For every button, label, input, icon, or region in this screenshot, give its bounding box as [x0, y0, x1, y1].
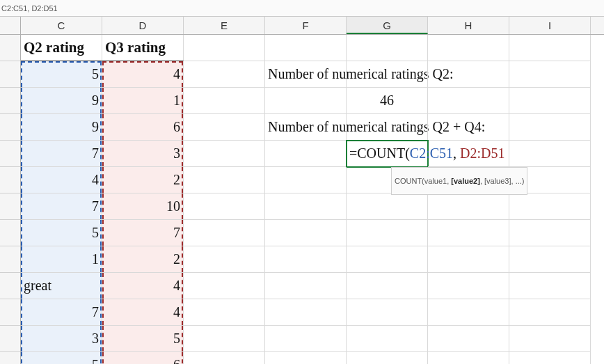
cell-e6[interactable] [184, 167, 265, 193]
cell-g13[interactable] [347, 352, 428, 364]
cell-c2[interactable]: 5 [21, 61, 102, 88]
cell-e10[interactable] [184, 273, 265, 299]
cell-f5[interactable] [265, 141, 347, 167]
cell-e12[interactable] [184, 326, 265, 352]
cell-h2[interactable] [428, 61, 509, 88]
cell-f7[interactable] [265, 193, 347, 220]
cell-i1[interactable] [509, 35, 591, 61]
cell-c10[interactable]: great [21, 273, 102, 299]
cell-e3[interactable] [184, 88, 265, 114]
cell-f9[interactable] [265, 246, 347, 273]
grid[interactable]: Q2 rating Q3 rating 5 4 Number of numeri… [0, 35, 604, 364]
cell-d5[interactable]: 3 [102, 141, 184, 167]
cell-i10[interactable] [509, 273, 591, 299]
col-header-d[interactable]: D [102, 17, 184, 34]
cell-g8[interactable] [347, 220, 428, 246]
cell-h7[interactable] [428, 193, 509, 220]
cell-h8[interactable] [428, 220, 509, 246]
cell-d1[interactable]: Q3 rating [102, 35, 184, 61]
cell-c4[interactable]: 9 [21, 114, 102, 141]
cell-c6[interactable]: 4 [21, 167, 102, 193]
row-header[interactable] [0, 220, 21, 246]
cell-f3[interactable] [265, 88, 347, 114]
cell-g3[interactable]: 46 [347, 88, 428, 114]
cell-d8[interactable]: 7 [102, 220, 184, 246]
cell-f6[interactable] [265, 167, 347, 193]
cell-i5[interactable] [509, 141, 591, 167]
row-header[interactable] [0, 141, 21, 167]
row-header[interactable] [0, 167, 21, 193]
cell-g11[interactable] [347, 299, 428, 326]
cell-g5-formula[interactable]: =COUNT(C2:C51, D2:D51 COUNT(value1, [val… [347, 141, 428, 167]
function-tooltip[interactable]: COUNT(value1, [value2], [value3], ...) [391, 167, 527, 195]
cell-c7[interactable]: 7 [21, 193, 102, 220]
row-header[interactable] [0, 246, 21, 273]
cell-c9[interactable]: 1 [21, 246, 102, 273]
cell-f1[interactable] [265, 35, 347, 61]
cell-h13[interactable] [428, 352, 509, 364]
cell-e4[interactable] [184, 114, 265, 141]
spreadsheet[interactable]: C D E F G H I Q2 rating Q3 rating 5 4 Nu… [0, 17, 604, 364]
cell-h10[interactable] [428, 273, 509, 299]
cell-e1[interactable] [184, 35, 265, 61]
cell-e13[interactable] [184, 352, 265, 364]
cell-i3[interactable] [509, 88, 591, 114]
cell-g1[interactable] [347, 35, 428, 61]
cell-c8[interactable]: 5 [21, 220, 102, 246]
cell-d7[interactable]: 10 [102, 193, 184, 220]
select-all-corner[interactable] [0, 17, 21, 34]
cell-g7[interactable] [347, 193, 428, 220]
cell-f10[interactable] [265, 273, 347, 299]
cell-c1[interactable]: Q2 rating [21, 35, 102, 61]
row-header[interactable] [0, 61, 21, 88]
cell-i9[interactable] [509, 246, 591, 273]
cell-e9[interactable] [184, 246, 265, 273]
cell-e11[interactable] [184, 299, 265, 326]
row-header[interactable] [0, 273, 21, 299]
row-header[interactable] [0, 88, 21, 114]
row-header[interactable] [0, 193, 21, 220]
col-header-g[interactable]: G [347, 17, 428, 34]
cell-f12[interactable] [265, 326, 347, 352]
row-header[interactable] [0, 299, 21, 326]
cell-f4[interactable]: Number of numerical ratings Q2 + Q4: [265, 114, 347, 141]
cell-h12[interactable] [428, 326, 509, 352]
cell-d9[interactable]: 2 [102, 246, 184, 273]
cell-h1[interactable] [428, 35, 509, 61]
cell-c3[interactable]: 9 [21, 88, 102, 114]
cell-e8[interactable] [184, 220, 265, 246]
cell-f11[interactable] [265, 299, 347, 326]
cell-f8[interactable] [265, 220, 347, 246]
cell-e5[interactable] [184, 141, 265, 167]
cell-d12[interactable]: 5 [102, 326, 184, 352]
cell-f2[interactable]: Number of numerical ratings Q2: [265, 61, 347, 88]
cell-i13[interactable] [509, 352, 591, 364]
cell-g12[interactable] [347, 326, 428, 352]
cell-h3[interactable] [428, 88, 509, 114]
col-header-c[interactable]: C [21, 17, 102, 34]
col-header-f[interactable]: F [265, 17, 347, 34]
cell-h9[interactable] [428, 246, 509, 273]
cell-i7[interactable] [509, 193, 591, 220]
cell-i8[interactable] [509, 220, 591, 246]
col-header-e[interactable]: E [184, 17, 265, 34]
cell-e2[interactable] [184, 61, 265, 88]
cell-c11[interactable]: 7 [21, 299, 102, 326]
cell-f13[interactable] [265, 352, 347, 364]
cell-d6[interactable]: 2 [102, 167, 184, 193]
cell-d4[interactable]: 6 [102, 114, 184, 141]
row-header[interactable] [0, 352, 21, 364]
cell-g2[interactable] [347, 61, 428, 88]
cell-g9[interactable] [347, 246, 428, 273]
cell-e7[interactable] [184, 193, 265, 220]
cell-d13[interactable]: 6 [102, 352, 184, 364]
cell-i2[interactable] [509, 61, 591, 88]
cell-d3[interactable]: 1 [102, 88, 184, 114]
col-header-h[interactable]: H [428, 17, 509, 34]
cell-i12[interactable] [509, 326, 591, 352]
cell-i4[interactable] [509, 114, 591, 141]
cell-d10[interactable]: 4 [102, 273, 184, 299]
cell-g4[interactable] [347, 114, 428, 141]
row-header[interactable] [0, 35, 21, 61]
row-header[interactable] [0, 326, 21, 352]
